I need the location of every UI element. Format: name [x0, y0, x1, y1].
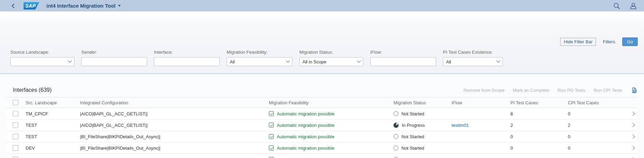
cpi-test-cases-cell: 0 [568, 157, 628, 158]
src-landscape-cell: TEST [24, 123, 80, 128]
table-toolbar: Interfaces (639) Remove from Scope Mark … [0, 74, 644, 97]
app-title-menu[interactable]: int4 Interface Migration Tool [46, 3, 121, 9]
checked-box-icon [269, 146, 274, 150]
integrated-configuration-cell: |AICO|BAPI_GL_ACC_GETLIST|| [80, 111, 269, 116]
integrated-configuration-cell: |AICO|BAPI_GL_ACC_GETLIST|| [80, 123, 269, 128]
migration-feasibility-cell: Automatic migration possible [269, 111, 393, 116]
column-header: Migration Status [393, 100, 452, 105]
not-started-icon [393, 134, 398, 139]
table-row[interactable]: TEST |AICO|BAPI_GL_ACC_GETLIST|| Automat… [6, 120, 637, 131]
migration-status-cell: Not Started [393, 134, 452, 139]
pi-test-cases-cell: 8 [510, 111, 568, 116]
row-checkbox[interactable] [13, 111, 18, 116]
iflow-link[interactable]: testtm01 [452, 123, 469, 128]
row-checkbox[interactable] [13, 122, 18, 128]
table-row[interactable]: TEST |BI_FileShare|BIKPIDetails_Out_Asyn… [6, 131, 637, 142]
integrated-configuration-cell: |BI_FileShare|BIKPIDetails_Out_Async|| [80, 146, 269, 151]
filter-interface: Interface: [154, 50, 220, 66]
checked-box-icon [269, 134, 274, 139]
select-all-checkbox[interactable] [13, 100, 18, 105]
migration-status-cell: In Progress [393, 123, 452, 128]
migration-status-cell: Not Started [393, 146, 452, 151]
row-chevron-icon[interactable] [631, 146, 635, 150]
filter-label: Interface: [154, 50, 220, 55]
filters-button[interactable]: Filters [601, 38, 617, 46]
row-checkbox[interactable] [13, 157, 18, 158]
table-title: Interfaces (639) [13, 87, 52, 93]
run-po-tests-button[interactable]: Run PO Tests [557, 88, 585, 93]
in-progress-icon [393, 123, 399, 128]
chevron-down-icon [68, 59, 72, 63]
row-chevron-icon[interactable] [631, 134, 635, 138]
checked-box-icon [269, 111, 274, 116]
source-landscape-select[interactable] [10, 57, 74, 66]
filter-bar: Hide Filter Bar Filters Go Source Landsc… [0, 11, 644, 73]
column-header: Integrated Configuration [80, 100, 269, 105]
not-started-icon [393, 111, 398, 116]
app-title: int4 Interface Migration Tool [46, 3, 116, 9]
go-button[interactable]: Go [622, 37, 638, 46]
pi-test-cases-cell: 0 [510, 134, 568, 139]
table-row[interactable]: TM_CPICF |BI_FileShare|BIKPIDetails_Out_… [6, 154, 637, 158]
hide-filter-bar-button[interactable]: Hide Filter Bar [560, 38, 596, 46]
back-icon[interactable] [9, 2, 17, 10]
iflow-input[interactable] [370, 57, 436, 66]
filter-label: Sender: [81, 50, 147, 55]
remove-from-scope-button[interactable]: Remove from Scope [463, 88, 505, 93]
search-icon[interactable] [613, 2, 620, 10]
filter-migration-feasibility: Migration Feasibility: All [227, 50, 292, 66]
cpi-test-cases-cell: 0 [568, 146, 628, 151]
row-checkbox[interactable] [13, 145, 18, 151]
filter-source-landscape: Source Landscape: [10, 50, 74, 66]
row-chevron-icon[interactable] [631, 123, 635, 127]
filter-label: PI Test Cases Existence: [443, 50, 503, 55]
sap-logo: SAP [24, 2, 39, 10]
export-to-spreadsheet-icon[interactable] [631, 87, 637, 93]
row-chevron-icon[interactable] [631, 112, 635, 115]
chevron-down-icon [286, 59, 290, 63]
src-landscape-cell: TM_CPICF [24, 157, 80, 158]
chevron-down-icon [496, 59, 500, 63]
src-landscape-cell: TEST [24, 134, 80, 139]
pi-test-cases-cell: 2 [510, 123, 568, 128]
pi-test-cases-cell: 0 [510, 146, 568, 151]
interface-input[interactable] [154, 57, 220, 66]
column-header: PI Test Cases [510, 100, 568, 105]
title-caret-icon [118, 5, 121, 7]
cpi-test-cases-cell: 2 [568, 123, 628, 128]
migration-feasibility-cell: Automatic migration possible [269, 157, 393, 158]
integrated-configuration-cell: |BI_FileShare|BIKPIDetails_Out_Async|| [80, 134, 269, 139]
cpi-test-cases-cell: 0 [568, 134, 628, 139]
migration-status-select[interactable]: All in Scope [299, 57, 363, 66]
integrated-configuration-cell: |BI_FileShare|BIKPIDetails_Out_Async|| [80, 157, 269, 158]
filter-iflow: iFlow: [370, 50, 436, 66]
iflow-cell: testtm01 [452, 123, 510, 128]
column-header: CPI Test Cases [568, 100, 628, 105]
table-row[interactable]: DEV |BI_FileShare|BIKPIDetails_Out_Async… [6, 142, 637, 154]
migration-feasibility-cell: Automatic migration possible [269, 146, 393, 151]
filter-label: iFlow: [370, 50, 436, 55]
shell-bar: SAP int4 Interface Migration Tool [0, 0, 644, 11]
mark-as-complete-button[interactable]: Mark as Complete [513, 88, 549, 93]
filter-pi-test-cases-existence: PI Test Cases Existence: All [443, 50, 503, 66]
sender-input[interactable] [81, 57, 147, 66]
column-header: iFlow [452, 100, 510, 105]
pi-test-cases-existence-select[interactable]: All [443, 57, 503, 66]
table-row[interactable]: TM_CPICF |AICO|BAPI_GL_ACC_GETLIST|| Aut… [6, 108, 637, 120]
migration-status-cell: Not Started [393, 111, 452, 116]
chevron-down-icon [357, 59, 361, 63]
run-cpi-tests-button[interactable]: Run CPI Tests [593, 88, 622, 93]
src-landscape-cell: DEV [24, 146, 80, 151]
row-checkbox[interactable] [13, 134, 18, 139]
migration-feasibility-cell: Automatic migration possible [269, 123, 393, 128]
filter-label: Migration Feasibility: [227, 50, 292, 55]
migration-feasibility-cell: Automatic migration possible [269, 134, 393, 139]
pi-test-cases-cell: 2 [510, 157, 568, 158]
user-icon[interactable] [629, 2, 637, 10]
sap-logo-text: SAP [25, 3, 36, 9]
src-landscape-cell: TM_CPICF [24, 111, 80, 116]
migration-feasibility-select[interactable]: All [227, 57, 292, 66]
checked-box-icon [269, 123, 274, 128]
filter-migration-status: Migration Status: All in Scope [299, 50, 363, 66]
filter-label: Source Landscape: [10, 50, 74, 55]
